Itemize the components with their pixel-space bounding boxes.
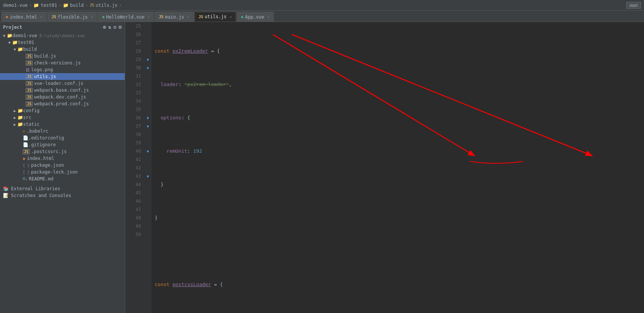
- breadcrumb-sep3: ›: [85, 3, 88, 8]
- ln-50: 50: [128, 230, 141, 239]
- sidebar-item-external-libraries[interactable]: 📚 External Libraries: [0, 185, 125, 192]
- ln-36: 36: [128, 114, 141, 122]
- start-button[interactable]: start: [626, 2, 641, 9]
- breadcrumb-build[interactable]: build: [70, 3, 84, 8]
- gutter-36: ▼: [144, 114, 152, 122]
- gutter-38: [144, 130, 152, 139]
- sidebar-item-babelrc[interactable]: ⊙ .babelrc: [0, 128, 125, 135]
- sidebar-item-check-versions[interactable]: JS check-versions.js: [0, 59, 125, 66]
- root-label: demo1-vue: [13, 33, 37, 38]
- code-line-30: }: [155, 214, 641, 222]
- tab-helloworld-vue[interactable]: ◆ HelloWorld.vue ✕: [98, 12, 154, 22]
- js-icon-utils: JS: [26, 74, 33, 79]
- tab-index-html[interactable]: ◆ index.html ✕: [2, 12, 47, 22]
- gutter-25: [144, 22, 152, 30]
- add-icon[interactable]: ⊕: [103, 24, 106, 30]
- close-icon4[interactable]: ✕: [187, 15, 190, 19]
- ln-34: 34: [128, 97, 141, 105]
- label-check-versions: check-versions.js: [34, 60, 81, 66]
- label-readme: README.md: [29, 176, 53, 182]
- label-webpack-base: webpack.base.conf.js: [34, 88, 89, 93]
- code-area[interactable]: const px2remLoader = { loader: 'px2rem-l…: [152, 22, 644, 313]
- gear-icon[interactable]: ⚙: [113, 24, 116, 30]
- code-line-29: }: [155, 180, 641, 189]
- breadcrumb-sep1: ›: [29, 3, 32, 8]
- ln-30: 30: [128, 64, 141, 72]
- gutter-31: [144, 72, 152, 80]
- sidebar-item-static[interactable]: ▶ 📁 static: [0, 121, 125, 128]
- gutter-26: [144, 30, 152, 39]
- close-icon6[interactable]: ✕: [267, 15, 270, 19]
- breadcrumb: demo1-vue › 📁 test01 › 📁 build › JS util…: [3, 3, 122, 8]
- close-icon[interactable]: ✕: [40, 15, 42, 19]
- sidebar-item-config[interactable]: ▶ 📁 config: [0, 107, 125, 114]
- tab-label-app-vue: App.vue: [245, 14, 264, 20]
- sidebar-item-package-lock-json[interactable]: { } package-lock.json: [0, 169, 125, 175]
- expand-icon[interactable]: ⊞: [119, 24, 122, 30]
- sidebar-item-utils-js[interactable]: JS utils.js: [0, 73, 125, 80]
- ln-38: 38: [128, 130, 141, 139]
- tab-utils-js[interactable]: JS utils.js ✕: [194, 12, 236, 22]
- tab-app-vue[interactable]: ◆ App.vue ✕: [237, 12, 274, 22]
- folder-icon-static: 📁: [17, 122, 23, 127]
- breadcrumb-test01[interactable]: test01: [41, 3, 57, 8]
- ln-43: 43: [128, 172, 141, 180]
- sidebar-item-webpack-prod[interactable]: JS webpack.prod.conf.js: [0, 100, 125, 107]
- label-logo-png: logo.png: [31, 67, 53, 72]
- tab-main-js[interactable]: JS main.js ✕: [155, 12, 194, 22]
- close-icon2[interactable]: ✕: [91, 15, 93, 19]
- sidebar-item-webpack-dev[interactable]: JS webpack.dev.conf.js: [0, 94, 125, 100]
- folder-icon-test01: 📁: [12, 40, 18, 45]
- ln-31: 31: [128, 72, 141, 80]
- label-external-libraries: External Libraries: [11, 186, 60, 191]
- json-icon-package: { }: [23, 163, 30, 167]
- label-babelrc: .babelrc: [27, 128, 49, 134]
- label-postcssrc: .postcssrc.js: [31, 149, 67, 154]
- label-scratches: Scratches and Consoles: [11, 193, 71, 198]
- breadcrumb-demo1-vue[interactable]: demo1-vue: [3, 3, 28, 8]
- label-static: static: [23, 122, 39, 127]
- sidebar-item-build-js[interactable]: JS build.js: [0, 53, 125, 59]
- tab-label-utils-js: utils.js: [205, 14, 227, 19]
- gutter-40: ▼: [144, 147, 152, 155]
- line-numbers: 25 26 27 28 29 30 31 32 33 34 35 36 37 3…: [125, 22, 144, 313]
- sidebar-item-vue-loader[interactable]: JS vue-loader.conf.js: [0, 80, 125, 87]
- ln-33: 33: [128, 89, 141, 97]
- sidebar-item-scratches[interactable]: 📝 Scratches and Consoles: [0, 192, 125, 199]
- sidebar-item-index-html[interactable]: ◆ index.html: [0, 155, 125, 162]
- sidebar-item-build[interactable]: ▼ 📁 build: [0, 46, 125, 53]
- close-icon5[interactable]: ✕: [230, 15, 232, 19]
- sidebar-item-editorconfig[interactable]: 📄 .editorconfig: [0, 135, 125, 141]
- tab-flexible-js[interactable]: JS flexible.js ✕: [47, 12, 97, 22]
- sidebar-item-webpack-base[interactable]: JS webpack.base.conf.js: [0, 87, 125, 94]
- sidebar-item-test01[interactable]: ▼ 📁 test01: [0, 39, 125, 46]
- gutter-34: [144, 97, 152, 105]
- sync-icon[interactable]: ⇅: [108, 24, 111, 30]
- arrow-icon: ▼: [2, 34, 7, 38]
- main-layout: Project ⊕ ⇅ ⚙ ⊞ ▼ 📁 demo1-vue E:\study\d…: [0, 22, 644, 313]
- label-config: config: [23, 108, 39, 113]
- tab-label-main-js: main.js: [165, 14, 184, 20]
- arrow-icon-static: ▶: [12, 122, 17, 127]
- sidebar-item-src[interactable]: ▶ 📁 src: [0, 114, 125, 121]
- breadcrumb-sep4: ›: [119, 3, 122, 8]
- sidebar: Project ⊕ ⇅ ⚙ ⊞ ▼ 📁 demo1-vue E:\study\d…: [0, 22, 125, 313]
- breadcrumb-utils[interactable]: utils.js: [96, 3, 118, 8]
- root-path: E:\study\demo1-vue: [39, 33, 85, 38]
- tab-label-flexible-js: flexible.js: [58, 14, 88, 20]
- arrow-icon-build: ▼: [12, 47, 17, 52]
- sidebar-item-readme[interactable]: M↓ README.md: [0, 175, 125, 182]
- js-icon-check: JS: [26, 61, 33, 66]
- sidebar-item-gitignore[interactable]: 📄 .gitignore: [0, 141, 125, 148]
- sidebar-item-package-json[interactable]: { } package.json: [0, 162, 125, 169]
- gutter-30: ▼: [144, 64, 152, 72]
- sidebar-item-root[interactable]: ▼ 📁 demo1-vue E:\study\demo1-vue: [0, 32, 125, 39]
- gutter-42: [144, 164, 152, 172]
- code-line-25: const px2remLoader = {: [155, 47, 641, 55]
- sidebar-item-logo-png[interactable]: 🖼 logo.png: [0, 66, 125, 73]
- label-webpack-dev: webpack.dev.conf.js: [34, 94, 86, 100]
- label-build: build: [23, 47, 37, 52]
- breadcrumb-sep2: ›: [59, 3, 61, 8]
- sidebar-item-postcssrc[interactable]: JS .postcssrc.js: [0, 148, 125, 155]
- close-icon3[interactable]: ✕: [147, 15, 150, 19]
